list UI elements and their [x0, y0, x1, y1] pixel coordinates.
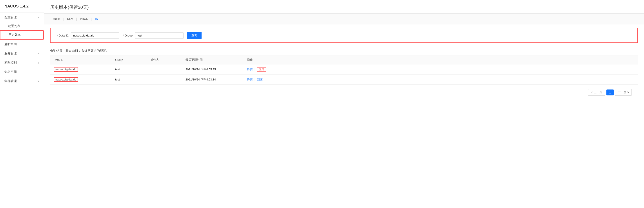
table-row: nacos.cfg.dataId test 2021/10/24 下午4:53:…: [50, 74, 638, 85]
chevron-up-icon: ∧: [37, 16, 39, 19]
search-field-group: * Group:: [123, 32, 183, 39]
menu-parent-auth-label: 权限控制: [4, 61, 17, 65]
cell-group-2: test: [112, 74, 147, 85]
main-content: 历史版本(保留30天) public | DEV | PROD | INT * …: [44, 0, 644, 208]
rollback-link-2[interactable]: 回滚: [257, 78, 263, 81]
rollback-btn-1[interactable]: 回滚: [257, 67, 266, 72]
cell-action-1: 详情 | 回滚: [244, 64, 638, 74]
sidebar-item-namespace[interactable]: 命名空间: [0, 67, 44, 76]
menu-parent-service-label: 服务管理: [4, 52, 17, 56]
chevron-down-icon-auth: ∨: [37, 61, 39, 64]
pagination: < 上一页 1 下一页 >: [50, 85, 638, 100]
cell-operator-2: [147, 74, 182, 85]
sidebar-menu: 配置管理 ∧ 配置列表 历史版本 监听查询 服务管理 ∨ 权限控制 ∨ 命名空间: [0, 13, 44, 208]
col-header-operator: 操作人: [147, 56, 182, 64]
cell-operator-1: [147, 64, 182, 74]
table-header: Data ID Group 操作人 最后更新时间 操作: [50, 56, 638, 64]
prev-page-button[interactable]: < 上一页: [588, 89, 605, 96]
col-header-time: 最后更新时间: [182, 56, 244, 64]
menu-parent-config[interactable]: 配置管理 ∧: [0, 13, 44, 22]
tab-prod[interactable]: PROD: [77, 16, 91, 22]
sidebar-item-history[interactable]: 历史版本: [0, 30, 44, 40]
table-row: nacos.cfg.dataId test 2021/10/24 下午4:55:…: [50, 64, 638, 74]
col-header-action: 操作: [244, 56, 638, 64]
detail-link-2[interactable]: 详情: [247, 78, 253, 81]
search-field-dataid: * Data ID:: [57, 32, 119, 39]
chevron-down-icon-cluster: ∨: [37, 80, 39, 83]
data-table: Data ID Group 操作人 最后更新时间 操作 nacos.cfg.da…: [50, 55, 638, 85]
results-section: 查询结果：共查询到 2 条满足要求的配置。 Data ID Group 操作人 …: [44, 46, 644, 100]
menu-parent-cluster[interactable]: 集群管理 ∨: [0, 76, 44, 86]
cell-action-2: 详情 | 回滚: [244, 74, 638, 85]
dataid-input[interactable]: [71, 32, 119, 39]
page-header: 历史版本(保留30天): [44, 0, 644, 14]
chevron-down-icon: ∨: [37, 52, 39, 55]
col-header-group: Group: [112, 56, 147, 64]
detail-link-1[interactable]: 详情: [247, 68, 253, 71]
next-page-button[interactable]: 下一页 >: [615, 89, 632, 96]
page-title: 历史版本(保留30天): [50, 4, 638, 10]
cell-time-2: 2021/10/24 下午4:53:34: [182, 74, 244, 85]
tab-sep-2: |: [76, 16, 77, 22]
group-input[interactable]: [135, 32, 184, 39]
col-header-dataid: Data ID: [50, 56, 112, 64]
menu-group-config: 配置管理 ∧ 配置列表 历史版本: [0, 13, 44, 40]
cell-group-1: test: [112, 64, 147, 74]
table-header-row: Data ID Group 操作人 最后更新时间 操作: [50, 56, 638, 64]
results-prefix: 查询结果：共查询到: [50, 49, 79, 52]
menu-parent-cluster-label: 集群管理: [4, 79, 17, 83]
tab-int[interactable]: INT: [92, 16, 102, 22]
table-body: nacos.cfg.dataId test 2021/10/24 下午4:55:…: [50, 64, 638, 85]
cell-dataid-1: nacos.cfg.dataId: [50, 64, 112, 74]
cell-time-1: 2021/10/24 下午4:55:35: [182, 64, 244, 74]
sidebar-item-config-list[interactable]: 配置列表: [0, 22, 44, 30]
results-summary: 查询结果：共查询到 2 条满足要求的配置。: [50, 46, 638, 55]
menu-parent-config-label: 配置管理: [4, 16, 17, 19]
tabs-bar: public | DEV | PROD | INT: [44, 14, 644, 24]
page-1-button[interactable]: 1: [606, 90, 614, 96]
menu-parent-service[interactable]: 服务管理 ∨: [0, 49, 44, 58]
sidebar-item-listener[interactable]: 监听查询: [0, 40, 44, 49]
menu-group-service: 服务管理 ∨: [0, 49, 44, 58]
search-button[interactable]: 查询: [187, 32, 202, 39]
dataid-label: * Data ID:: [57, 34, 69, 37]
group-label: * Group:: [123, 34, 133, 37]
tab-sep-1: |: [63, 16, 64, 22]
results-count: 2: [79, 49, 80, 52]
search-section: * Data ID: * Group: 查询: [50, 28, 638, 43]
sidebar: NACOS 1.4.2 配置管理 ∧ 配置列表 历史版本 监听查询 服务管理 ∨…: [0, 0, 44, 208]
menu-group-cluster: 集群管理 ∨: [0, 76, 44, 86]
action-sep-2: |: [254, 78, 255, 81]
sidebar-logo: NACOS 1.4.2: [0, 0, 44, 13]
tab-dev[interactable]: DEV: [64, 16, 76, 22]
action-sep-1: |: [254, 68, 255, 71]
results-suffix: 条满足要求的配置。: [80, 49, 109, 52]
menu-parent-auth[interactable]: 权限控制 ∨: [0, 58, 44, 67]
dataid-value-1: nacos.cfg.dataId: [54, 67, 78, 72]
cell-dataid-2: nacos.cfg.dataId: [50, 74, 112, 85]
menu-group-auth: 权限控制 ∨: [0, 58, 44, 67]
tab-public[interactable]: public: [50, 16, 63, 22]
dataid-value-2: nacos.cfg.dataId: [54, 77, 78, 82]
tab-sep-3: |: [91, 16, 93, 22]
